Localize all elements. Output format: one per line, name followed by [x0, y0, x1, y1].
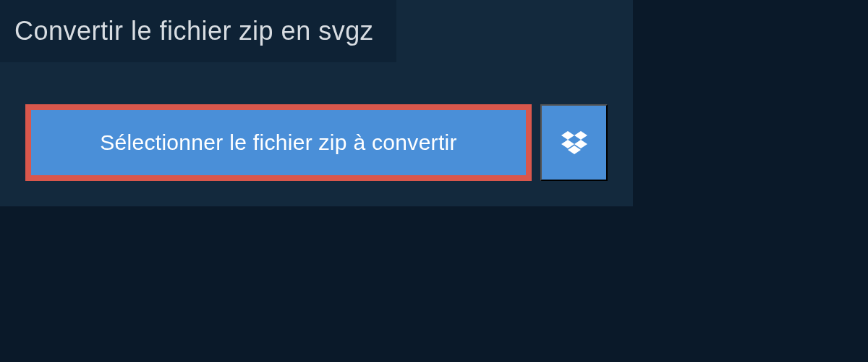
title-bar: Convertir le fichier zip en svgz: [0, 0, 396, 62]
page-title: Convertir le fichier zip en svgz: [14, 16, 373, 46]
converter-panel: Convertir le fichier zip en svgz Sélecti…: [0, 0, 633, 206]
dropbox-icon: [561, 131, 587, 154]
dropbox-button[interactable]: [540, 104, 608, 181]
select-file-button[interactable]: Sélectionner le fichier zip à convertir: [25, 104, 532, 181]
action-row: Sélectionner le fichier zip à convertir: [0, 62, 633, 181]
